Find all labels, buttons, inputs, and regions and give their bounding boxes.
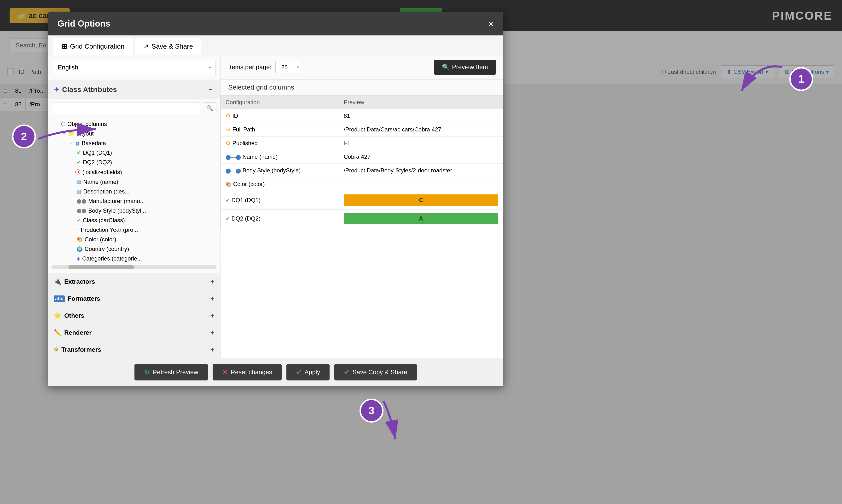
grid-options-modal: Grid Options × ⊞ Grid Configuration ↗ Sa… [48,12,503,386]
transformers-expand-icon: + [210,345,214,354]
table-row: ⬤—⬤ Name (name) Cobra 427 [221,150,503,164]
class-attributes-title: ✦ Class Attributes [54,86,117,94]
collapse-attributes-button[interactable]: − [207,85,214,94]
search-preview-icon: 🔍 [442,64,450,71]
others-section[interactable]: ⭐ Others + [48,307,220,324]
tree-node-localizedfields[interactable]: − ⓐ (localizedfields) [48,167,220,177]
extractors-expand-icon: + [210,277,214,286]
tree-node-production-year[interactable]: ↕ Production Year (pro... [48,225,220,235]
col-header-preview: Preview [339,95,503,109]
col-preview-published: ☑ [339,137,503,150]
body-label: Body Style (bodyStyl... [88,208,146,214]
save-copy-icon: ✔ [344,368,349,376]
others-label: Others [64,312,84,319]
tree-node-name[interactable]: ▤ Name (name) [48,177,220,187]
localized-icon: ⓐ [75,168,81,176]
items-per-page-label: Items per page: [228,64,272,71]
grid-config-icon: ⊞ [62,42,67,50]
class-item-icon: ✓ [77,217,81,223]
tree-node-class[interactable]: ✓ Class (carClass) [48,215,220,225]
table-row: ⚙ ID 81 [221,109,503,123]
modal-title: Grid Options [57,19,110,29]
renderer-section[interactable]: ✏️ Renderer + [48,324,220,341]
tab-save-share[interactable]: ↗ Save & Share [134,38,202,55]
transformers-section[interactable]: ⚙ Transformers + [48,341,220,358]
renderer-label: Renderer [64,329,91,337]
color-icon-row: 🎨 [225,182,231,187]
right-panel-header: Items per page: 25 10 50 100 🔍 Preview I… [221,55,503,80]
modal-footer: ↻ Refresh Preview ✕ Reset changes ✔ Appl… [48,358,503,386]
annotation-1-arrow [722,48,794,120]
col-preview-fullpath: /Product Data/Cars/ac cars/Cobra 427 [339,123,503,137]
tree-node-country[interactable]: 🌍 Country (country) [48,244,220,254]
reset-changes-button[interactable]: ✕ Reset changes [212,364,281,380]
class-label: Class (carClass) [83,217,125,223]
language-select[interactable]: English German French [53,60,216,75]
refresh-icon: ↻ [144,368,150,376]
extractors-icon: 🔌 [54,278,62,285]
modal-header: Grid Options × [48,12,503,35]
mfr-icon: ⬤⬤ [77,198,86,204]
language-selector-area: English German French [48,55,220,80]
reset-icon: ✕ [222,368,228,376]
annotation-2: 2 [12,125,36,148]
refresh-preview-button[interactable]: ↻ Refresh Preview [135,364,208,380]
desc-label: Description (des... [83,188,130,195]
extractors-section[interactable]: 🔌 Extractors + [48,273,220,290]
save-copy-share-button[interactable]: ✔ Save Copy & Share [334,364,416,380]
tree-node-categories[interactable]: ◈ Categories (categorie... [48,254,220,263]
annotation-3-arrow [347,396,419,456]
color-label: Color (color) [85,236,116,243]
scrollbar-thumb[interactable] [68,265,134,269]
col-preview-id: 81 [339,109,503,123]
check-icon-dq2: ✔ [225,216,230,222]
class-attributes-header: ✦ Class Attributes − [48,80,220,100]
items-per-page-select[interactable]: 25 10 50 100 [275,61,300,73]
attribute-search-area: 🔍 [48,100,220,117]
formatters-icon: abc [54,295,65,302]
col-config-fullpath: Full Path [233,126,255,133]
gear-icon-fullpath: ⚙ [225,126,231,133]
body-icon: ⬤⬤ [77,208,86,213]
col-config-id: ID [233,112,238,119]
modal-close-button[interactable]: × [488,19,494,29]
formatters-expand-icon: + [210,294,214,303]
country-label: Country (country) [85,246,129,252]
apply-button[interactable]: ✔ Apply [287,364,330,380]
tree-node-color[interactable]: 🎨 Color (color) [48,235,220,244]
col-config-color: Color (color) [233,181,265,187]
attribute-search-button[interactable]: 🔍 [203,103,217,114]
col-config-dq1: DQ1 (DQ1) [231,197,260,203]
transformers-label: Transformers [62,346,101,354]
modal-tabs: ⊞ Grid Configuration ↗ Save & Share [48,35,503,55]
attribute-search-input[interactable] [52,102,200,114]
columns-table: Configuration Preview ⚙ ID 81 [221,95,503,228]
others-expand-icon: + [210,311,214,320]
name-icon: ▤ [77,179,81,185]
class-icon: ✦ [54,86,59,94]
year-icon: ↕ [77,228,79,233]
link-icon-name: ⬤—⬤ [225,155,241,160]
col-header-configuration: Configuration [221,95,339,109]
col-config-published: Published [233,140,258,146]
others-icon: ⭐ [54,312,62,319]
color-tree-icon: 🎨 [77,237,83,242]
formatters-section[interactable]: abc Formatters + [48,290,220,307]
dq2-preview-badge: A [344,213,498,224]
items-per-page-control: Items per page: 25 10 50 100 [228,61,300,73]
tree-node-bodystyle[interactable]: ⬤⬤ Body Style (bodyStyl... [48,206,220,215]
tab-grid-configuration[interactable]: ⊞ Grid Configuration [53,38,133,55]
col-preview-color [339,177,503,191]
preview-item-button[interactable]: 🔍 Preview Item [434,60,496,75]
link-icon-bodystyle: ⬤—⬤ [225,168,241,173]
country-icon: 🌍 [77,246,83,252]
apply-icon: ✔ [296,368,302,376]
tree-node-manufacturer[interactable]: ⬤⬤ Manufacturer (manu... [48,196,220,206]
dq1-preview-badge: C [344,194,498,206]
renderer-expand-icon: + [210,328,214,337]
tree-node-description[interactable]: ▤ Description (des... [48,187,220,196]
horizontal-scrollbar[interactable] [52,265,217,269]
localized-label: (localizedfields) [83,169,122,176]
table-row: ⬤—⬤ Body Style (bodyStyle) /Product Data… [221,164,503,177]
col-preview-dq1: C [339,191,503,210]
